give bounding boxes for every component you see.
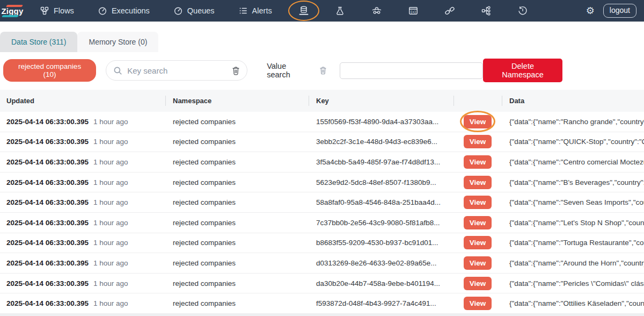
row-data: {"data":{"name":"Seven Seas Imports","co… bbox=[502, 198, 644, 206]
row-namespace: rejected companies bbox=[165, 239, 309, 247]
table-header: Updated Namespace Key Data bbox=[0, 90, 644, 112]
flask-icon bbox=[335, 6, 345, 16]
nav-item-queues[interactable]: Queues bbox=[173, 6, 215, 16]
brand-logo[interactable]: Ziggy bbox=[0, 5, 28, 17]
table-row: 2025-04-14 06:33:00.395 1 hour ago rejec… bbox=[0, 274, 644, 294]
row-namespace: rejected companies bbox=[165, 279, 309, 288]
actions-cell: View bbox=[453, 297, 502, 310]
row-timestamp: 2025-04-14 06:33:00.395 bbox=[6, 138, 89, 146]
column-header-namespace: Namespace bbox=[165, 90, 309, 112]
logo-bottom-bar bbox=[2, 15, 19, 17]
view-button[interactable]: View bbox=[464, 256, 492, 270]
row-data: {"data":{"name":"Ottilies Käseladen","co… bbox=[502, 299, 644, 307]
actions-cell: View bbox=[453, 216, 502, 229]
delete-namespace-button[interactable]: Delete Namespace bbox=[483, 59, 562, 82]
bottom-strip bbox=[0, 314, 644, 316]
flows-icon bbox=[40, 6, 49, 16]
actions-cell: View bbox=[453, 155, 502, 169]
actions-cell: View bbox=[453, 277, 502, 290]
value-search-trash[interactable] bbox=[319, 66, 327, 75]
updated-cell: 2025-04-14 06:33:00.395 1 hour ago bbox=[0, 138, 165, 146]
history-nav-button[interactable] bbox=[516, 4, 530, 18]
row-timestamp: 2025-04-14 06:33:00.395 bbox=[6, 118, 89, 126]
value-search-input[interactable] bbox=[340, 62, 483, 79]
row-relative-time: 1 hour ago bbox=[93, 299, 128, 307]
updated-cell: 2025-04-14 06:33:00.395 1 hour ago bbox=[0, 158, 165, 166]
row-key: f593872d-048f-4b43-9927-7a4c491... bbox=[309, 299, 453, 307]
datastore-nav-button[interactable] bbox=[297, 4, 311, 18]
row-relative-time: 1 hour ago bbox=[93, 259, 128, 267]
spy-nav-button[interactable] bbox=[370, 4, 384, 18]
row-key: 7c37bb0b-2e56-43c9-9080-5f81afb8... bbox=[309, 219, 453, 227]
actions-cell: View bbox=[453, 236, 502, 249]
table-body: 2025-04-14 06:33:00.395 1 hour ago rejec… bbox=[0, 112, 644, 314]
link-icon bbox=[444, 5, 455, 16]
actions-cell: View bbox=[453, 176, 502, 189]
actions-cell: View bbox=[453, 196, 502, 209]
top-navbar: Ziggy Flows Executions Queues bbox=[0, 0, 644, 21]
gauge-icon bbox=[173, 6, 183, 16]
updated-cell: 2025-04-14 06:33:00.395 1 hour ago bbox=[0, 299, 165, 307]
view-button[interactable]: View bbox=[464, 236, 492, 249]
view-button[interactable]: View bbox=[464, 135, 492, 148]
settings-gear-icon[interactable]: ⚙ bbox=[586, 6, 595, 16]
view-button[interactable]: View bbox=[464, 196, 492, 209]
row-data: {"data":{"name":"Let's Stop N Shop","cou… bbox=[502, 219, 644, 227]
key-search-box[interactable] bbox=[106, 60, 247, 81]
svg-text:{x}: {x} bbox=[410, 10, 416, 13]
window-variables-nav-button[interactable]: {x} bbox=[406, 4, 420, 18]
row-namespace: rejected companies bbox=[165, 259, 309, 267]
view-button[interactable]: View bbox=[464, 176, 492, 189]
nav-item-label: Flows bbox=[54, 6, 74, 15]
row-key: 155f0569-f53f-4890-9da4-a37303aa... bbox=[309, 118, 453, 126]
view-button[interactable]: View bbox=[464, 115, 492, 128]
table-row: 2025-04-14 06:33:00.395 1 hour ago rejec… bbox=[0, 152, 644, 173]
namespace-pill[interactable]: rejected companies (10) bbox=[3, 59, 96, 82]
column-header-data: Data bbox=[502, 90, 644, 112]
nav-right-controls: ⚙ logout bbox=[586, 4, 636, 18]
store-tabs: Data Store (311) Memory Store (0) bbox=[0, 32, 644, 52]
row-namespace: rejected companies bbox=[165, 299, 309, 307]
row-data: {"data":{"name":"QUICK-Stop","country":"… bbox=[502, 138, 644, 146]
column-header-actions bbox=[453, 90, 502, 112]
row-key: d0313269-8e26-4633-9e02-89a65e... bbox=[309, 259, 453, 267]
row-timestamp: 2025-04-14 06:33:00.395 bbox=[6, 158, 89, 166]
row-data: {"data":{"name":"Pericles \"Comidas\" cl… bbox=[502, 279, 644, 288]
row-data: {"data":{"name":"Around the Horn","count… bbox=[502, 259, 644, 267]
row-namespace: rejected companies bbox=[165, 178, 309, 186]
nav-item-flows[interactable]: Flows bbox=[40, 6, 74, 16]
table-row: 2025-04-14 06:33:00.395 1 hour ago rejec… bbox=[0, 192, 644, 213]
datastore-icon bbox=[298, 5, 309, 16]
view-button[interactable]: View bbox=[464, 216, 492, 229]
tab-memory-store[interactable]: Memory Store (0) bbox=[77, 32, 158, 52]
link-nav-button[interactable] bbox=[443, 4, 457, 18]
key-search-input[interactable] bbox=[127, 66, 227, 75]
row-relative-time: 1 hour ago bbox=[93, 178, 128, 186]
table-row: 2025-04-14 06:33:00.395 1 hour ago rejec… bbox=[0, 173, 644, 193]
row-key: 3f5a4cbb-5a49-485f-97ae-f74d8df13... bbox=[309, 158, 453, 166]
actions-cell: View bbox=[453, 135, 502, 148]
sitemap-nav-button[interactable] bbox=[479, 4, 493, 18]
tab-data-store[interactable]: Data Store (311) bbox=[0, 32, 77, 52]
view-button[interactable]: View bbox=[464, 155, 492, 169]
nav-item-label: Alerts bbox=[252, 6, 272, 15]
nav-item-executions[interactable]: Executions bbox=[98, 6, 150, 16]
nav-item-alerts[interactable]: Alerts bbox=[238, 6, 272, 16]
logo-top-bar bbox=[6, 5, 23, 7]
view-button[interactable]: View bbox=[464, 297, 492, 310]
table-row: 2025-04-14 06:33:00.395 1 hour ago rejec… bbox=[0, 213, 644, 233]
trash-icon[interactable] bbox=[232, 66, 240, 75]
actions-cell: View bbox=[453, 115, 502, 128]
row-namespace: rejected companies bbox=[165, 118, 309, 126]
trash-icon bbox=[319, 66, 327, 75]
row-data: {"data":{"name":"Centro comercial Moctez… bbox=[502, 158, 644, 166]
view-button[interactable]: View bbox=[464, 277, 492, 290]
table-row: 2025-04-14 06:33:00.395 1 hour ago rejec… bbox=[0, 293, 644, 314]
row-key: da30b20e-44b7-458a-9ebe-b401194... bbox=[309, 279, 453, 288]
nav-item-label: Executions bbox=[112, 6, 150, 15]
updated-cell: 2025-04-14 06:33:00.395 1 hour ago bbox=[0, 178, 165, 186]
row-key: 58a8faf0-95a8-4546-848a-251baa4d... bbox=[309, 198, 453, 206]
flask-nav-button[interactable] bbox=[333, 4, 347, 18]
updated-cell: 2025-04-14 06:33:00.395 1 hour ago bbox=[0, 239, 165, 247]
logout-button[interactable]: logout bbox=[603, 4, 636, 18]
